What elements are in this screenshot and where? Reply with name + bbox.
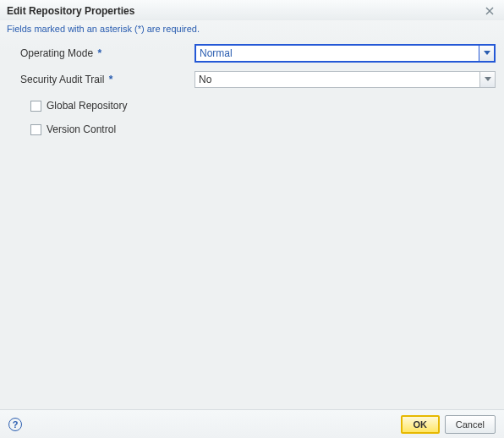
- operating-mode-select[interactable]: Normal: [194, 44, 496, 63]
- ok-button[interactable]: OK: [401, 415, 440, 434]
- security-audit-trail-label-text: Security Audit Trail: [20, 74, 104, 85]
- security-audit-trail-select[interactable]: No: [194, 71, 496, 88]
- chevron-down-icon[interactable]: [479, 46, 494, 61]
- close-icon[interactable]: [484, 5, 496, 17]
- security-audit-trail-row: Security Audit Trail * No: [8, 71, 496, 88]
- help-icon[interactable]: ?: [8, 418, 22, 431]
- svg-marker-2: [484, 51, 490, 55]
- dialog-footer: ? OK Cancel: [0, 409, 504, 438]
- version-control-label: Version Control: [47, 123, 116, 135]
- version-control-checkbox[interactable]: [30, 124, 41, 135]
- required-star: *: [97, 47, 101, 59]
- global-repository-label: Global Repository: [47, 100, 127, 112]
- version-control-row: Version Control: [8, 123, 496, 135]
- chevron-down-icon[interactable]: [479, 72, 495, 87]
- cancel-button[interactable]: Cancel: [445, 415, 496, 434]
- help-glyph: ?: [13, 419, 19, 430]
- operating-mode-row: Operating Mode * Normal: [8, 44, 496, 63]
- operating-mode-value: Normal: [196, 46, 479, 61]
- ok-button-label: OK: [414, 419, 428, 430]
- security-audit-trail-value: No: [195, 72, 479, 87]
- global-repository-checkbox[interactable]: [30, 101, 41, 112]
- security-audit-trail-label: Security Audit Trail *: [8, 74, 194, 85]
- edit-repository-properties-dialog: Edit Repository Properties Fields marked…: [0, 0, 504, 438]
- dialog-title: Edit Repository Properties: [7, 5, 134, 17]
- required-fields-hint: Fields marked with an asterisk (*) are r…: [0, 20, 504, 44]
- operating-mode-label: Operating Mode *: [8, 47, 194, 59]
- operating-mode-label-text: Operating Mode: [20, 47, 93, 59]
- titlebar: Edit Repository Properties: [0, 0, 504, 20]
- cancel-button-label: Cancel: [456, 419, 485, 430]
- form-area: Operating Mode * Normal Security Audit T…: [0, 44, 504, 409]
- global-repository-row: Global Repository: [8, 100, 496, 112]
- svg-marker-3: [485, 77, 491, 81]
- required-star: *: [109, 74, 113, 85]
